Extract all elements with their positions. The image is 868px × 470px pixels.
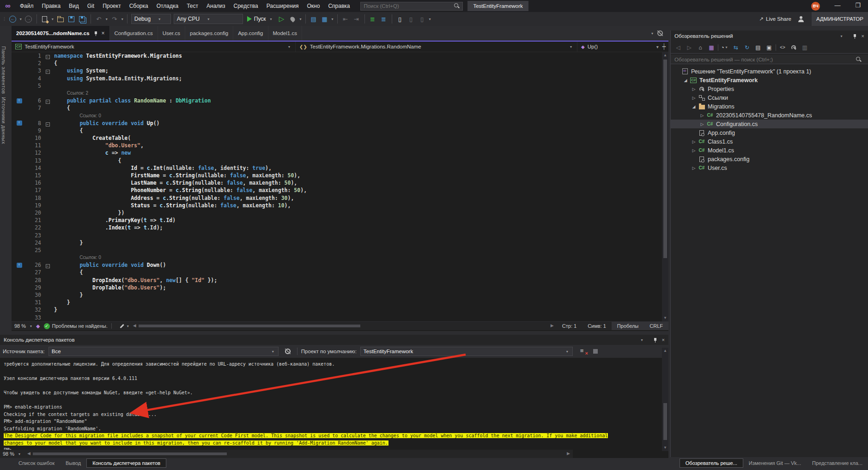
code-line[interactable]: 10 CreateTable( xyxy=(12,134,668,142)
menu-item-Средства[interactable]: Средства xyxy=(230,3,262,9)
live-share-button[interactable]: ↗ Live Share xyxy=(759,16,791,22)
split-window-icon[interactable]: ┿ xyxy=(662,43,666,50)
expander-icon[interactable]: ▷ xyxy=(698,113,706,118)
solution-explorer-pin-icon[interactable] xyxy=(853,34,857,39)
fold-margin[interactable] xyxy=(41,90,54,97)
tree-item-class1-cs[interactable]: ▷C#Class1.cs xyxy=(671,137,868,146)
code-line[interactable]: Ссылок: 0 xyxy=(12,112,668,120)
solution-explorer-search-input[interactable] xyxy=(674,57,856,62)
pin-icon[interactable] xyxy=(94,31,98,36)
bottom-right-tab[interactable]: Представление кла... xyxy=(807,459,868,467)
tree-item-user-cs[interactable]: ▷C#User.cs xyxy=(671,163,868,172)
fold-margin[interactable] xyxy=(41,269,54,276)
se-wrench-icon[interactable] xyxy=(789,43,798,52)
code-line[interactable]: 22 .Index(t => t.Id); xyxy=(12,224,668,231)
bottom-tab[interactable]: Консоль диспетчера пакетов xyxy=(86,458,166,468)
menu-item-Git[interactable]: Git xyxy=(83,3,98,9)
menu-item-Расширения[interactable]: Расширения xyxy=(262,3,303,9)
expander-icon[interactable]: ▷ xyxy=(690,166,698,170)
expander-icon[interactable]: ▷ xyxy=(690,87,698,91)
code-line[interactable]: 12 c => new xyxy=(12,149,668,157)
fold-margin[interactable] xyxy=(41,284,54,291)
navigate-back-button[interactable]: ← xyxy=(8,14,18,24)
fold-margin[interactable] xyxy=(41,202,54,209)
left-dock-tab-1[interactable]: Источники данных xyxy=(1,97,6,144)
fold-margin[interactable] xyxy=(41,187,54,194)
console-horizontal-scrollbar[interactable]: ◀ ▶ xyxy=(26,450,571,458)
fold-margin[interactable] xyxy=(41,306,54,313)
hot-reload-dropdown[interactable]: ▾ xyxy=(298,17,303,21)
fold-margin[interactable] xyxy=(41,194,54,202)
member-dropdown[interactable]: ◆ Up() xyxy=(577,42,656,52)
editor-zoom-select[interactable]: 98 %▾ xyxy=(12,322,36,330)
fold-margin[interactable]: − xyxy=(41,261,54,269)
se-back-icon[interactable]: ◁ xyxy=(674,43,683,52)
indent-increase-button[interactable]: ≣ xyxy=(379,14,389,24)
tab-options-gear-icon[interactable] xyxy=(657,30,663,36)
menu-item-Вид[interactable]: Вид xyxy=(65,3,83,9)
fold-margin[interactable] xyxy=(41,217,54,224)
solution-explorer-menu-icon[interactable]: ▾ xyxy=(839,34,844,38)
collapse-region-icon[interactable]: − xyxy=(46,70,50,74)
undo-dropdown[interactable]: ▾ xyxy=(104,17,109,21)
toolbar-grip[interactable]: ⁞ xyxy=(4,17,6,22)
expander-icon[interactable]: ▷ xyxy=(698,122,706,127)
collapse-region-icon[interactable]: − xyxy=(46,264,50,268)
se-collapse-all-icon[interactable]: ▤ xyxy=(753,43,763,52)
default-project-select[interactable]: TestEntityFramework▾ xyxy=(360,347,573,356)
start-without-debugging-button[interactable]: ▷ xyxy=(277,14,287,24)
document-tab[interactable]: User.cs xyxy=(158,26,185,41)
code-line[interactable]: 4 using System.Data.Entity.Migrations; xyxy=(12,75,668,82)
fold-margin[interactable] xyxy=(41,75,54,82)
solution-platform-select[interactable]: Any CPU▾ xyxy=(174,14,243,24)
expander-icon[interactable]: ◢ xyxy=(690,104,698,109)
fold-margin[interactable] xyxy=(41,149,54,157)
code-line[interactable]: 27 { xyxy=(12,269,668,276)
code-line[interactable]: 28 DropIndex("dbo.Users", new[] { "Id" }… xyxy=(12,277,668,284)
menu-item-Тест[interactable]: Тест xyxy=(182,3,202,9)
code-line[interactable]: 17 PhoneNumber = c.String(nullable: fals… xyxy=(12,187,668,194)
code-line[interactable]: 33 xyxy=(12,314,668,321)
tree-item-202305140755478-randomname-cs[interactable]: ▷C#202305140755478_RandomName.cs xyxy=(671,111,868,120)
tree-item-properties[interactable]: ▷Properties xyxy=(671,84,868,93)
code-line[interactable]: 29 DropTable("dbo.Users"); xyxy=(12,284,668,291)
new-file-button[interactable] xyxy=(40,14,50,24)
close-icon[interactable]: × xyxy=(102,30,105,36)
se-show-all-files-icon[interactable]: <> xyxy=(778,43,787,52)
se-refresh-icon[interactable]: ↻ xyxy=(742,43,752,52)
fold-margin[interactable] xyxy=(41,104,54,112)
menu-item-Проект[interactable]: Проект xyxy=(98,3,125,9)
project-dropdown[interactable]: C# TestEntityFramework ▾ xyxy=(12,42,296,52)
navbar-dropdown-icon[interactable]: ▾ xyxy=(656,44,659,49)
document-tab[interactable]: Model1.cs xyxy=(268,26,302,41)
tree-item-app-config[interactable]: App.config xyxy=(671,128,868,137)
code-line[interactable]: 30 } xyxy=(12,291,668,299)
console-output[interactable]: требуются дополнительные лицензии. Для о… xyxy=(0,358,662,450)
expander-icon[interactable]: ▷ xyxy=(690,96,698,100)
tree-item--testentityframework-1-1-[interactable]: Решение "TestEntityFramework" (1 проекта… xyxy=(671,67,868,76)
code-cleanup-icon[interactable] xyxy=(119,323,125,329)
fold-margin[interactable] xyxy=(41,314,54,321)
previous-bookmark-button[interactable]: ▯ xyxy=(406,14,416,24)
collapse-region-icon[interactable]: − xyxy=(46,100,50,104)
code-editor[interactable]: 1−namespace TestEntityFramework.Migratio… xyxy=(12,52,668,321)
maximize-button[interactable]: ❐ xyxy=(848,0,868,12)
se-search-icon[interactable] xyxy=(856,56,862,63)
fold-margin[interactable]: − xyxy=(41,120,54,127)
document-tab[interactable]: App.config xyxy=(233,26,268,41)
expander-icon[interactable]: ▷ xyxy=(690,148,698,153)
package-source-select[interactable]: Все▾ xyxy=(49,347,279,356)
se-pending-changes-icon[interactable]: ◔▾ xyxy=(720,43,729,52)
code-line[interactable]: 26− public override void Down() xyxy=(12,261,668,269)
find-in-files-button[interactable]: ▤ xyxy=(309,14,319,24)
code-line[interactable]: Ссылок: 2 xyxy=(12,90,668,97)
fold-margin[interactable] xyxy=(41,277,54,284)
codelens-references[interactable]: Ссылок: 0 xyxy=(54,254,101,261)
se-home-icon[interactable]: ⌂ xyxy=(696,43,705,52)
fold-margin[interactable] xyxy=(41,254,54,261)
quick-search-box[interactable] xyxy=(360,2,463,11)
console-scroll-right-icon[interactable]: ▶ xyxy=(567,451,570,456)
code-line[interactable]: 21 .PrimaryKey(t => t.Id) xyxy=(12,217,668,224)
clear-console-icon[interactable] xyxy=(580,349,587,354)
code-cleanup-dropdown[interactable]: ▾ xyxy=(126,324,130,328)
